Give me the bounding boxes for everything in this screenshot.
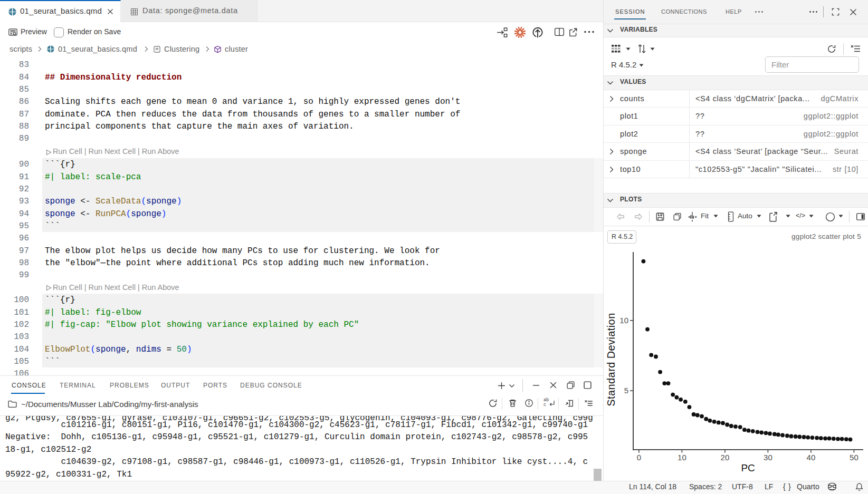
svg-text:PC: PC <box>741 462 755 473</box>
svg-text:0: 0 <box>637 453 641 462</box>
svg-text:10: 10 <box>619 316 628 325</box>
svg-text:50: 50 <box>850 453 859 462</box>
svg-text:10: 10 <box>678 453 686 462</box>
svg-text:20: 20 <box>721 453 730 462</box>
svg-text:5: 5 <box>624 386 628 395</box>
svg-text:40: 40 <box>807 453 816 462</box>
svg-text:30: 30 <box>764 453 772 462</box>
svg-text:Standard Deviation: Standard Deviation <box>605 313 617 406</box>
